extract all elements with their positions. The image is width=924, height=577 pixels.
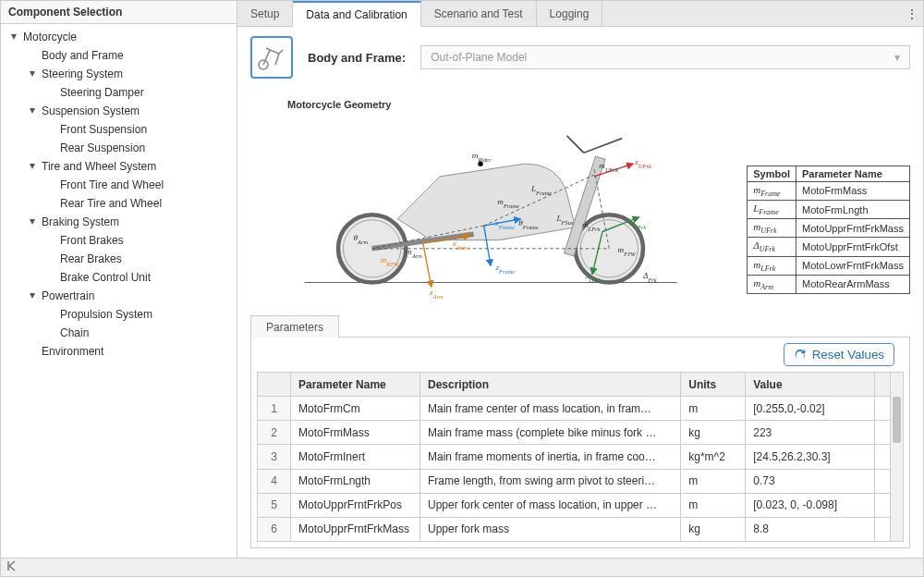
legend-param-name: MotoFrmLngth: [796, 201, 909, 219]
tab-logging[interactable]: Logging: [537, 1, 603, 26]
parameters-tab[interactable]: Parameters: [250, 315, 339, 338]
tree-item-propulsion-system[interactable]: Propulsion System: [1, 305, 237, 324]
tree-label: Front Tire and Wheel: [60, 178, 164, 191]
legend-param-name: MotoRearArmMass: [796, 275, 909, 293]
cell-name[interactable]: MotoUpprFrntFrkPos: [291, 493, 420, 517]
cell-value[interactable]: 8.8: [746, 517, 875, 541]
cell-units[interactable]: m: [681, 493, 746, 517]
tree-item-steering-system[interactable]: Steering System: [1, 65, 237, 83]
tree-item-front-brakes[interactable]: Front Brakes: [1, 231, 237, 250]
cell-units[interactable]: kg*m^2: [681, 445, 746, 469]
legend-param-name: MotoFrmMass: [796, 181, 909, 200]
tree-label: Rear Suspension: [60, 141, 145, 154]
table-header[interactable]: Parameter Name: [291, 373, 420, 397]
cell-desc[interactable]: Main frame center of mass location, in f…: [420, 397, 681, 421]
legend-row: mFrameMotoFrmMass: [748, 181, 910, 200]
table-header[interactable]: [258, 373, 291, 397]
legend-symbol: mFrame: [748, 181, 796, 200]
tab-data-and-calibration[interactable]: Data and Calibration: [293, 1, 420, 27]
tree-label: Steering Damper: [60, 86, 144, 99]
legend-symbol: LFrame: [748, 201, 796, 219]
caret-icon: [27, 70, 38, 78]
tree-item-environment[interactable]: Environment: [1, 342, 237, 361]
table-row[interactable]: 1MotoFrmCmMain frame center of mass loca…: [258, 397, 891, 421]
svg-text:zArm: zArm: [429, 288, 444, 299]
component-tree[interactable]: MotorcycleBody and FrameSteering SystemS…: [1, 24, 237, 558]
table-header[interactable]: Description: [420, 373, 681, 397]
legend-symbol: mLFrk: [748, 256, 796, 275]
tree-label: Tire and Wheel System: [42, 160, 156, 173]
cell-value[interactable]: 0.73: [746, 469, 875, 493]
cell-units[interactable]: m: [681, 397, 746, 421]
cell-units[interactable]: m: [681, 469, 746, 493]
legend-symbol: mArm: [748, 275, 796, 293]
table-header[interactable]: Value: [746, 373, 875, 397]
scrollbar[interactable]: [891, 372, 904, 542]
table-row[interactable]: 6MotoUpprFrntFrkMassUpper fork masskg8.8: [258, 517, 891, 541]
cell-n: 3: [258, 445, 291, 469]
component-thumbnail[interactable]: [250, 36, 293, 79]
legend-header: Symbol: [748, 166, 796, 181]
cell-name[interactable]: MotoFrmInert: [291, 445, 420, 469]
cell-desc[interactable]: Upper fork mass: [420, 517, 681, 541]
section-title: Body and Frame:: [308, 51, 406, 65]
tree-item-rear-brakes[interactable]: Rear Brakes: [1, 250, 237, 268]
cell-n: 4: [258, 469, 291, 493]
cell-units[interactable]: kg: [681, 421, 746, 445]
cell-desc[interactable]: Main frame moments of inertia, in frame …: [420, 445, 681, 469]
cell-value[interactable]: [24.5,26.2,30.3]: [746, 445, 875, 469]
tree-item-rear-suspension[interactable]: Rear Suspension: [1, 139, 237, 157]
table-row[interactable]: 2MotoFrmMassMain frame mass (complete bi…: [258, 421, 891, 445]
reset-icon: [794, 349, 807, 362]
tree-item-chain[interactable]: Chain: [1, 324, 237, 342]
cell-name[interactable]: MotoUpprFrntFrkMass: [291, 517, 420, 541]
tree-item-steering-damper[interactable]: Steering Damper: [1, 83, 237, 102]
tabs-overflow-menu[interactable]: ⋮: [901, 1, 923, 26]
table-row[interactable]: 3MotoFrmInertMain frame moments of inert…: [258, 445, 891, 469]
collapse-panel-icon[interactable]: [6, 560, 18, 574]
caret-icon: [27, 218, 38, 226]
tree-item-front-suspension[interactable]: Front Suspension: [1, 120, 237, 139]
model-dropdown[interactable]: Out-of-Plane Model ▾: [420, 45, 910, 69]
table-header[interactable]: Units: [681, 373, 746, 397]
tree-item-rear-tire-and-wheel[interactable]: Rear Tire and Wheel: [1, 194, 237, 213]
tree-label: Front Brakes: [60, 234, 124, 247]
legend-row: mArmMotoRearArmMass: [748, 275, 910, 293]
legend-row: LFrameMotoFrmLngth: [748, 201, 910, 219]
cell-name[interactable]: MotoFrmCm: [291, 397, 420, 421]
tree-item-brake-control-unit[interactable]: Brake Control Unit: [1, 268, 237, 287]
cell-n: 2: [258, 421, 291, 445]
cell-name[interactable]: MotoFrmLngth: [291, 469, 420, 493]
cell-units[interactable]: kg: [681, 517, 746, 541]
table-row[interactable]: 5MotoUpprFrntFrkPosUpper fork center of …: [258, 493, 891, 517]
tree-label: Rear Tire and Wheel: [60, 197, 162, 210]
tab-scenario-and-test[interactable]: Scenario and Test: [421, 1, 537, 26]
tree-item-front-tire-and-wheel[interactable]: Front Tire and Wheel: [1, 176, 237, 194]
parameters-table[interactable]: Parameter NameDescriptionUnitsValue1Moto…: [257, 372, 891, 542]
scrollbar-thumb[interactable]: [893, 397, 901, 443]
cell-n: 5: [258, 493, 291, 517]
cell-value[interactable]: [0.255,0,-0.02]: [746, 397, 875, 421]
geometry-diagram: Motorcycle Geometry: [287, 93, 736, 301]
cell-desc[interactable]: Main frame mass (complete bike minus for…: [420, 421, 681, 445]
tree-label: Rear Brakes: [60, 252, 122, 265]
cell-desc[interactable]: Frame length, from swing arm pivot to st…: [420, 469, 681, 493]
tree-item-body-and-frame[interactable]: Body and Frame: [1, 46, 237, 65]
tree-item-powertrain[interactable]: Powertrain: [1, 287, 237, 305]
cell-name[interactable]: MotoFrmMass: [291, 421, 420, 445]
tree-item-motorcycle[interactable]: Motorcycle: [1, 28, 237, 46]
tree-label: Steering System: [42, 68, 123, 80]
legend-row: ΔUFrkMotoUpprFrntFrkOfst: [748, 238, 910, 256]
cell-value[interactable]: [0.023, 0, -0.098]: [746, 493, 875, 517]
motorcycle-geometry-svg: mRider mFrame LFrame xFrame θFrame zFram…: [287, 114, 694, 299]
reset-values-button[interactable]: Reset Values: [784, 343, 894, 366]
cell-desc[interactable]: Upper fork center of mass location, in u…: [420, 493, 681, 517]
tree-item-suspension-system[interactable]: Suspension System: [1, 102, 237, 120]
tab-setup[interactable]: Setup: [237, 1, 293, 26]
table-row[interactable]: 4MotoFrmLngthFrame length, from swing ar…: [258, 469, 891, 493]
cell-value[interactable]: 223: [746, 421, 875, 445]
tree-label: Front Suspension: [60, 123, 147, 136]
tree-label: Environment: [42, 345, 103, 358]
tree-item-braking-system[interactable]: Braking System: [1, 213, 237, 231]
tree-item-tire-and-wheel-system[interactable]: Tire and Wheel System: [1, 157, 237, 176]
